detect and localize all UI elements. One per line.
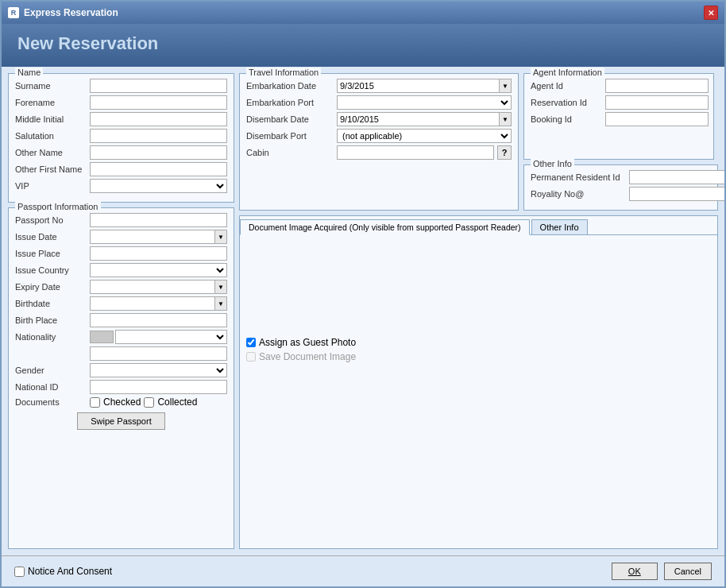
middle-initial-label: Middle Initial — [15, 114, 87, 124]
embarkation-port-dropdown[interactable] — [337, 95, 512, 110]
tab-other-info[interactable]: Other Info — [531, 219, 588, 234]
name-group: Name Surname Forename Middle Initial — [8, 73, 234, 203]
cabin-label: Cabin — [246, 148, 334, 157]
agent-other-column: Agent Information Agent Id Reservation I… — [523, 73, 718, 211]
issue-country-dropdown[interactable] — [90, 263, 227, 277]
issue-place-row: Issue Place — [15, 246, 227, 261]
page-title: New Reservation — [17, 33, 709, 54]
reservation-id-row: Reservation Id — [531, 95, 707, 110]
agent-id-row: Agent Id — [531, 79, 707, 93]
notice-and-consent-checkbox[interactable] — [14, 567, 25, 577]
agent-group-label: Agent Information — [531, 68, 604, 77]
documents-label: Documents — [15, 397, 87, 407]
issue-place-input[interactable] — [90, 246, 227, 261]
issue-date-input[interactable] — [90, 230, 215, 244]
disembark-date-input[interactable] — [337, 112, 500, 126]
booking-id-row: Booking Id — [531, 112, 707, 126]
salutation-input[interactable] — [90, 129, 227, 143]
royality-no-input[interactable] — [629, 187, 724, 201]
assign-guest-photo-checkbox[interactable] — [246, 338, 256, 347]
passport-no-label: Passport No — [15, 215, 87, 225]
agent-group: Agent Information Agent Id Reservation I… — [523, 73, 714, 160]
issue-place-label: Issue Place — [15, 249, 87, 258]
right-top: Travel Information Embarkation Date ▼ Em… — [239, 73, 718, 211]
gender-label: Gender — [15, 366, 87, 375]
forename-row: Forename — [15, 95, 227, 110]
birth-place-label: Birth Place — [15, 315, 87, 325]
cancel-button[interactable]: Cancel — [664, 563, 712, 580]
expiry-date-label: Expiry Date — [15, 282, 87, 292]
passport-no-input[interactable] — [90, 213, 227, 227]
middle-initial-input[interactable] — [90, 112, 227, 126]
nationality-dropdown[interactable] — [115, 330, 227, 344]
vip-label: VIP — [15, 181, 87, 191]
swipe-passport-button[interactable]: Swipe Passport — [77, 412, 164, 430]
disembark-date-row: Disembark Date ▼ — [246, 112, 512, 126]
header-banner: New Reservation — [2, 24, 724, 67]
disembark-date-wrap: ▼ — [337, 112, 512, 126]
other-name-input[interactable] — [90, 145, 227, 160]
title-bar: R Express Reservation ✕ — [2, 2, 724, 24]
salutation-row: Salutation — [15, 129, 227, 143]
middle-initial-row: Middle Initial — [15, 112, 227, 126]
national-id-input[interactable] — [90, 380, 227, 394]
forename-label: Forename — [15, 98, 87, 107]
forename-input[interactable] — [90, 95, 227, 110]
expiry-date-button[interactable]: ▼ — [214, 280, 227, 294]
window-icon: R — [8, 7, 19, 18]
documents-row: Documents Checked Collected — [15, 397, 227, 408]
birthdate-button[interactable]: ▼ — [214, 296, 227, 311]
cabin-button[interactable]: ? — [497, 145, 512, 160]
save-document-image-checkbox[interactable] — [246, 352, 256, 362]
other-name-label: Other Name — [15, 148, 87, 157]
surname-input[interactable] — [90, 79, 227, 93]
document-image-area — [246, 242, 711, 337]
issue-date-button[interactable]: ▼ — [214, 230, 227, 244]
close-button[interactable]: ✕ — [704, 6, 718, 20]
agent-id-input[interactable] — [605, 79, 709, 93]
reservation-id-label: Reservation Id — [531, 98, 602, 107]
disembark-port-row: Disembark Port (not applicable) — [246, 129, 512, 143]
ok-button[interactable]: OK — [612, 563, 658, 580]
embarkation-date-row: Embarkation Date ▼ — [246, 79, 512, 93]
disembark-port-dropdown[interactable]: (not applicable) — [337, 129, 512, 143]
permanent-resident-id-label: Permanent Resident Id — [531, 172, 626, 182]
passport-no-row: Passport No — [15, 213, 227, 227]
assign-guest-photo-label: Assign as Guest Photo — [259, 337, 356, 348]
express-reservation-window: R Express Reservation ✕ New Reservation … — [0, 0, 726, 588]
documents-collected-checkbox[interactable] — [144, 397, 154, 408]
booking-id-input[interactable] — [605, 112, 709, 126]
travel-group-label: Travel Information — [246, 68, 321, 77]
reservation-id-input[interactable] — [605, 95, 709, 110]
embarkation-port-label: Embarkation Port — [246, 98, 334, 107]
tab-bar: Document Image Acquired (Only visible fr… — [240, 216, 717, 235]
other-name-row: Other Name — [15, 145, 227, 160]
permanent-resident-id-input[interactable] — [629, 170, 724, 184]
nationality-extra-input[interactable] — [90, 346, 227, 361]
birth-place-row: Birth Place — [15, 313, 227, 327]
expiry-date-input[interactable] — [90, 280, 215, 294]
embarkation-date-button[interactable]: ▼ — [499, 79, 512, 93]
embarkation-date-input[interactable] — [337, 79, 500, 93]
salutation-label: Salutation — [15, 131, 87, 141]
vip-dropdown[interactable] — [90, 179, 227, 193]
assign-guest-photo-row: Assign as Guest Photo — [246, 337, 711, 348]
birthdate-input[interactable] — [90, 296, 215, 311]
royality-no-row: Royality No@ — [531, 187, 711, 201]
agent-id-label: Agent Id — [531, 81, 602, 91]
issue-date-wrap: ▼ — [90, 230, 227, 244]
gender-dropdown[interactable] — [90, 363, 227, 377]
save-document-image-row: Save Document Image — [246, 351, 711, 362]
birthdate-row: Birthdate ▼ — [15, 296, 227, 311]
documents-checked-checkbox[interactable] — [90, 397, 100, 408]
surname-row: Surname — [15, 79, 227, 93]
birth-place-input[interactable] — [90, 313, 227, 327]
expiry-date-row: Expiry Date ▼ — [15, 280, 227, 294]
embarkation-date-wrap: ▼ — [337, 79, 512, 93]
tab-document-image[interactable]: Document Image Acquired (Only visible fr… — [240, 219, 530, 235]
other-first-name-label: Other First Name — [15, 164, 87, 174]
other-first-name-input[interactable] — [90, 162, 227, 176]
title-bar-text: R Express Reservation — [8, 7, 118, 18]
cabin-input[interactable] — [337, 145, 494, 160]
disembark-date-button[interactable]: ▼ — [499, 112, 512, 126]
